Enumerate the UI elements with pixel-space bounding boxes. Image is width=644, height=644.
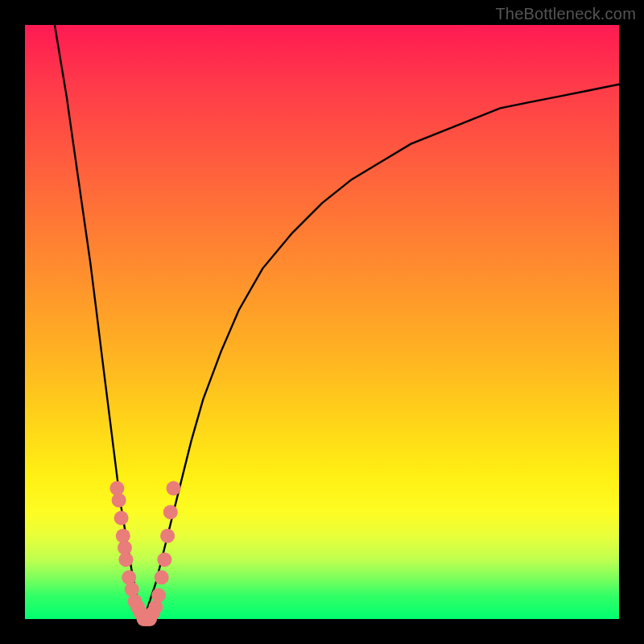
data-point (160, 529, 175, 543)
curve-left-branch (55, 25, 144, 619)
curve-layer (55, 25, 619, 619)
data-point (151, 588, 166, 603)
plot-area (25, 25, 619, 619)
watermark-text: TheBottleneck.com (495, 5, 636, 23)
points-layer (109, 481, 180, 626)
chart-frame: TheBottleneck.com (0, 0, 644, 644)
data-point (163, 505, 178, 519)
data-point (112, 493, 126, 507)
data-point (114, 511, 129, 526)
data-point (155, 570, 169, 584)
data-point (119, 552, 134, 567)
data-point (157, 552, 171, 567)
data-point (167, 481, 181, 496)
chart-svg (25, 25, 619, 619)
curve-right-branch (144, 85, 619, 619)
